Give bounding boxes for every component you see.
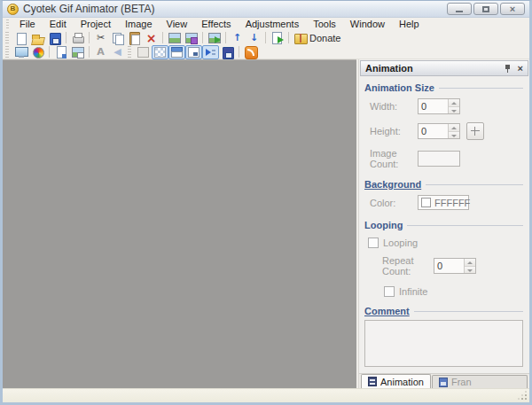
- text-tool-button[interactable]: A: [92, 45, 109, 59]
- menu-image[interactable]: Image: [118, 19, 160, 29]
- toolbar-separator: [239, 46, 239, 58]
- repeat-up-icon[interactable]: [465, 259, 475, 267]
- toolbar-separator: [265, 32, 266, 43]
- section-background: Background: [364, 179, 523, 190]
- width-value: 0: [419, 99, 448, 113]
- previous-frame-button[interactable]: ◀: [109, 45, 126, 59]
- extract-frames-icon: [207, 32, 221, 44]
- color-wheel-icon: [31, 46, 44, 58]
- tab-fran[interactable]: Fran: [432, 375, 528, 388]
- toolbar-grip[interactable]: [5, 32, 9, 43]
- height-up-icon[interactable]: [449, 124, 459, 132]
- copy-frame-button[interactable]: [52, 45, 69, 59]
- panel-tabstrip: AnimationFran: [359, 373, 529, 388]
- height-label: Height:: [364, 126, 418, 136]
- menubar: FileEditProjectImageViewEffectsAdjustmen…: [3, 18, 529, 30]
- comment-field[interactable]: [364, 320, 523, 367]
- news-feed-button[interactable]: [242, 45, 259, 59]
- toolbar-separator: [89, 32, 90, 43]
- color-palette-button[interactable]: [29, 45, 46, 59]
- menu-project[interactable]: Project: [74, 19, 118, 29]
- resize-button[interactable]: [466, 122, 484, 140]
- toolbar-grip[interactable]: [5, 46, 9, 58]
- maximize-button[interactable]: [473, 3, 498, 15]
- pin-icon[interactable]: [504, 64, 512, 74]
- image-count-field[interactable]: [418, 151, 460, 167]
- minimize-button[interactable]: [447, 3, 472, 15]
- menu-file[interactable]: File: [12, 19, 43, 29]
- open-folder-icon: [31, 32, 44, 44]
- menu-view[interactable]: View: [160, 19, 195, 29]
- repeat-count-label: Repeat Count:: [364, 255, 434, 276]
- clipboard-icon: [54, 46, 67, 58]
- rss-icon: [244, 46, 257, 58]
- menubar-grip[interactable]: [6, 19, 9, 28]
- menu-tools[interactable]: Tools: [306, 19, 343, 29]
- donate-button[interactable]: Donate: [292, 31, 344, 45]
- menu-window[interactable]: Window: [343, 19, 392, 29]
- background-color-picker[interactable]: FFFFFF: [418, 195, 469, 210]
- move-up-button[interactable]: ↑: [229, 31, 246, 45]
- add-image-button[interactable]: [166, 31, 183, 45]
- menu-effects[interactable]: Effects: [194, 19, 238, 29]
- section-looping: Looping: [364, 220, 523, 230]
- add-image-clipboard-icon: [184, 32, 198, 44]
- copy-button[interactable]: [109, 31, 126, 45]
- new-document-icon: [14, 32, 27, 44]
- menu-help[interactable]: Help: [392, 19, 426, 29]
- view-normal-button[interactable]: [135, 45, 152, 59]
- view-split-button[interactable]: [168, 45, 185, 59]
- width-up-icon[interactable]: [449, 99, 459, 107]
- new-project-button[interactable]: [12, 31, 29, 45]
- height-down-icon[interactable]: [449, 132, 459, 139]
- toolbar-main: ✂×↑↓Donate: [3, 30, 529, 45]
- panel-close-icon[interactable]: ×: [518, 64, 523, 74]
- view-preview-pane-button[interactable]: [185, 45, 202, 59]
- looping-checkbox[interactable]: [368, 238, 379, 248]
- open-button[interactable]: [29, 31, 46, 45]
- infinite-checkbox[interactable]: [384, 286, 395, 297]
- monitor-icon: [14, 46, 27, 58]
- width-stepper[interactable]: 0: [418, 98, 460, 114]
- print-button[interactable]: [69, 31, 86, 45]
- menu-adjustments[interactable]: Adjustments: [239, 19, 307, 29]
- add-image-from-clipboard-button[interactable]: [183, 31, 200, 45]
- tab-label: Animation: [380, 377, 424, 387]
- export-button[interactable]: [269, 31, 286, 45]
- width-down-icon[interactable]: [449, 107, 459, 114]
- cut-button[interactable]: ✂: [92, 31, 109, 45]
- tab-label: Fran: [451, 377, 472, 387]
- menu-edit[interactable]: Edit: [43, 19, 74, 29]
- app-window: B Cyotek Gif Animator (BETA) × FileEditP…: [0, 0, 532, 405]
- export-icon: [270, 32, 284, 44]
- panel-title: Animation: [365, 63, 413, 74]
- close-button[interactable]: ×: [500, 3, 525, 15]
- up-arrow-icon: ↑: [231, 32, 244, 44]
- color-swatch: [421, 198, 431, 207]
- split-view-icon: [170, 46, 184, 58]
- section-comment: Comment: [364, 306, 523, 316]
- editor-canvas: [3, 59, 356, 388]
- repeat-count-stepper[interactable]: 0: [434, 258, 476, 274]
- toolbar-view: A◀: [3, 45, 529, 59]
- color-label: Color:: [364, 198, 418, 208]
- view-frame-list-button[interactable]: [202, 45, 219, 59]
- app-icon: B: [7, 4, 19, 15]
- resize-grip[interactable]: [518, 391, 527, 400]
- tab-animation[interactable]: Animation: [361, 374, 431, 388]
- save-button[interactable]: [46, 31, 63, 45]
- height-stepper[interactable]: 0: [418, 123, 460, 139]
- frames-tab-icon: [439, 378, 448, 387]
- toolbar-grip[interactable]: [128, 46, 131, 58]
- color-value: FFFFFF: [434, 198, 470, 208]
- view-checkerboard-button[interactable]: [152, 45, 168, 59]
- repeat-down-icon[interactable]: [465, 267, 475, 274]
- preview-animation-button[interactable]: [12, 45, 29, 59]
- toolbar-separator: [162, 32, 163, 43]
- move-down-button[interactable]: ↓: [246, 31, 262, 45]
- save-all-button[interactable]: [219, 45, 236, 59]
- duplicate-frame-button[interactable]: [69, 45, 86, 59]
- paste-button[interactable]: [126, 31, 143, 45]
- extract-frames-button[interactable]: [206, 31, 223, 45]
- delete-button[interactable]: ×: [143, 31, 160, 45]
